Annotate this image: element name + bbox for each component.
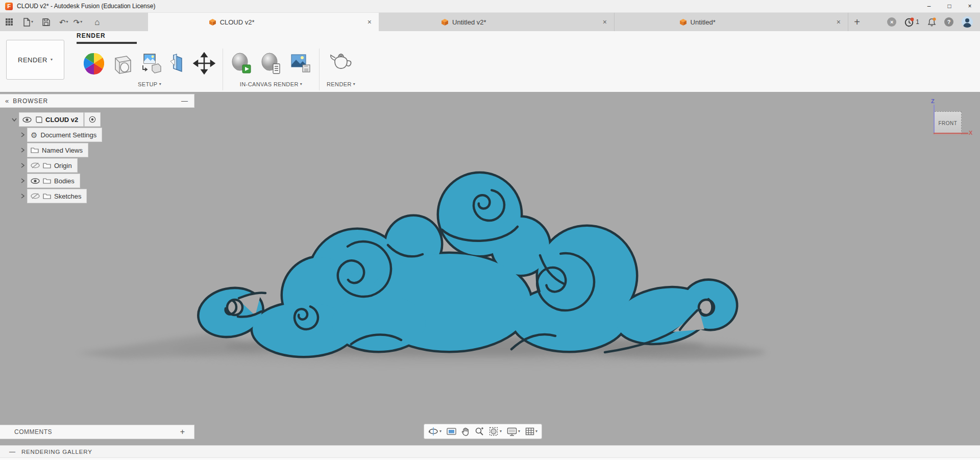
- redo-button[interactable]: ↷ ▾: [72, 17, 84, 27]
- capture-image-icon[interactable]: [289, 52, 312, 75]
- eye-icon[interactable]: [31, 178, 40, 184]
- maximize-button[interactable]: □: [939, 0, 960, 12]
- zoom-button[interactable]: [475, 427, 484, 436]
- tab-cloud-v2[interactable]: CLOUD v2* ×: [148, 13, 379, 31]
- x-axis-line: [934, 133, 968, 134]
- eye-icon[interactable]: [22, 117, 32, 123]
- activate-radio-button[interactable]: [85, 113, 100, 126]
- orbit-caret-icon: ▾: [439, 429, 442, 433]
- decal-icon[interactable]: [168, 52, 186, 75]
- setup-caret-icon: ▾: [159, 82, 161, 86]
- layout-grid-button[interactable]: ▾: [525, 427, 537, 435]
- fusion-window: F CLOUD v2* - Autodesk Fusion (Education…: [0, 0, 980, 460]
- chevron-right-icon[interactable]: [18, 178, 27, 183]
- tab-untitled[interactable]: Untitled* ×: [615, 13, 848, 31]
- undo-button[interactable]: ↶ ▾: [58, 17, 70, 27]
- tree-row-label: Document Settings: [40, 131, 96, 139]
- tab-close-icon[interactable]: ×: [601, 18, 609, 26]
- folder-icon: [43, 162, 51, 168]
- viewport-canvas[interactable]: « BROWSER — CLOUD v2: [0, 92, 980, 445]
- fit-icon: [489, 427, 499, 436]
- close-button[interactable]: ×: [960, 0, 980, 12]
- file-menu-button[interactable]: ▾: [21, 17, 35, 28]
- redo-icon: ↷: [74, 18, 80, 26]
- save-button[interactable]: [41, 17, 52, 27]
- chevron-right-icon[interactable]: [18, 132, 27, 137]
- render-teapot-icon[interactable]: [328, 52, 354, 75]
- texture-map-controls-icon[interactable]: [140, 52, 161, 75]
- tree-row-origin[interactable]: Origin: [18, 159, 77, 172]
- cloud-model: [0, 92, 980, 445]
- ribbon-tab-render[interactable]: RENDER: [77, 32, 137, 44]
- notifications-button[interactable]: [927, 17, 936, 27]
- profile-button[interactable]: [962, 16, 973, 28]
- view-cube-front-face[interactable]: FRONT: [935, 111, 962, 134]
- undo-caret-icon: ▾: [66, 20, 68, 24]
- tab-close-icon[interactable]: ×: [835, 18, 843, 26]
- window-title: CLOUD v2* - Autodesk Fusion (Education L…: [17, 3, 155, 10]
- tree-row-sketches[interactable]: Sketches: [18, 189, 86, 203]
- help-button[interactable]: ?: [944, 17, 953, 27]
- new-tab-button[interactable]: +: [848, 13, 866, 31]
- look-at-icon: [447, 427, 456, 435]
- rendering-gallery-bar[interactable]: — RENDERING GALLERY: [0, 445, 980, 457]
- tree-row-root[interactable]: CLOUD v2: [10, 113, 100, 126]
- title-bar: F CLOUD v2* - Autodesk Fusion (Education…: [0, 0, 980, 13]
- zoom-icon: [475, 427, 484, 436]
- minimize-button[interactable]: –: [919, 0, 939, 12]
- extensions-button[interactable]: ×: [887, 17, 896, 27]
- view-cube[interactable]: Z FRONT X: [930, 98, 974, 143]
- tab-untitled-v2[interactable]: Untitled v2* ×: [379, 13, 615, 31]
- front-face-label: FRONT: [939, 120, 958, 126]
- tree-row-bodies[interactable]: Bodies: [18, 174, 80, 187]
- ribbon: RENDER ▾ RENDER: [0, 31, 980, 92]
- group-label-setup[interactable]: SETUP▾: [138, 81, 161, 87]
- eye-off-icon[interactable]: [31, 162, 40, 168]
- pan-button[interactable]: [461, 427, 470, 436]
- group-label-render[interactable]: RENDER▾: [327, 81, 355, 87]
- chevron-down-icon[interactable]: [10, 118, 18, 122]
- fit-button[interactable]: ▾: [489, 427, 502, 436]
- comments-panel[interactable]: COMMENTS +: [0, 425, 194, 439]
- display-settings-button[interactable]: ▾: [507, 427, 520, 436]
- top-right-icons: × 1 ?: [887, 13, 980, 31]
- fusion-app-icon: F: [5, 3, 13, 10]
- tab-close-icon[interactable]: ×: [365, 18, 374, 26]
- move-icon[interactable]: [193, 52, 215, 75]
- gallery-collapse-icon[interactable]: —: [9, 448, 15, 455]
- chevron-right-icon[interactable]: [18, 193, 27, 199]
- chevron-right-icon[interactable]: [18, 163, 27, 168]
- job-status-button[interactable]: 1: [904, 17, 919, 27]
- component-body-icon: [35, 116, 42, 124]
- grid-glyph: [6, 18, 13, 26]
- comments-label: COMMENTS: [14, 428, 52, 435]
- extensions-icon: ×: [887, 17, 896, 27]
- orbit-icon: [428, 427, 438, 436]
- scene-settings-icon[interactable]: [111, 52, 133, 75]
- add-comment-button[interactable]: +: [180, 427, 185, 437]
- document-cube-icon: [679, 18, 687, 26]
- ribbon-tab-underline: [77, 42, 137, 44]
- home-button[interactable]: ⌂: [93, 17, 101, 28]
- eye-off-icon[interactable]: [31, 193, 40, 199]
- group-label-in-canvas-render[interactable]: IN-CANVAS RENDER▾: [240, 81, 302, 87]
- in-canvas-render-icon[interactable]: [230, 52, 253, 75]
- browser-header: « BROWSER —: [0, 94, 194, 107]
- in-canvas-render-settings-icon[interactable]: [260, 52, 282, 75]
- look-at-button[interactable]: [447, 427, 456, 435]
- browser-minimize-icon[interactable]: —: [181, 97, 188, 105]
- tree-row-named-views[interactable]: Named Views: [18, 143, 88, 157]
- workspace-label: RENDER: [18, 56, 47, 64]
- tree-row-label: Origin: [54, 162, 72, 170]
- chevron-right-icon[interactable]: [18, 148, 27, 153]
- appearance-wheel-icon[interactable]: [84, 52, 104, 75]
- app-grid-icon[interactable]: [4, 17, 14, 27]
- orbit-button[interactable]: ▾: [428, 427, 442, 436]
- quick-access-toolbar: ▾ ↶ ▾ ↷ ▾ ⌂: [0, 13, 148, 31]
- tree-row-document-settings[interactable]: ⚙ Document Settings: [18, 128, 102, 141]
- avatar: [962, 16, 973, 28]
- browser-collapse-icon[interactable]: «: [5, 97, 9, 105]
- file-icon: [23, 18, 31, 27]
- workspace-selector-button[interactable]: RENDER ▾: [6, 40, 64, 80]
- redo-caret-icon: ▾: [80, 20, 82, 24]
